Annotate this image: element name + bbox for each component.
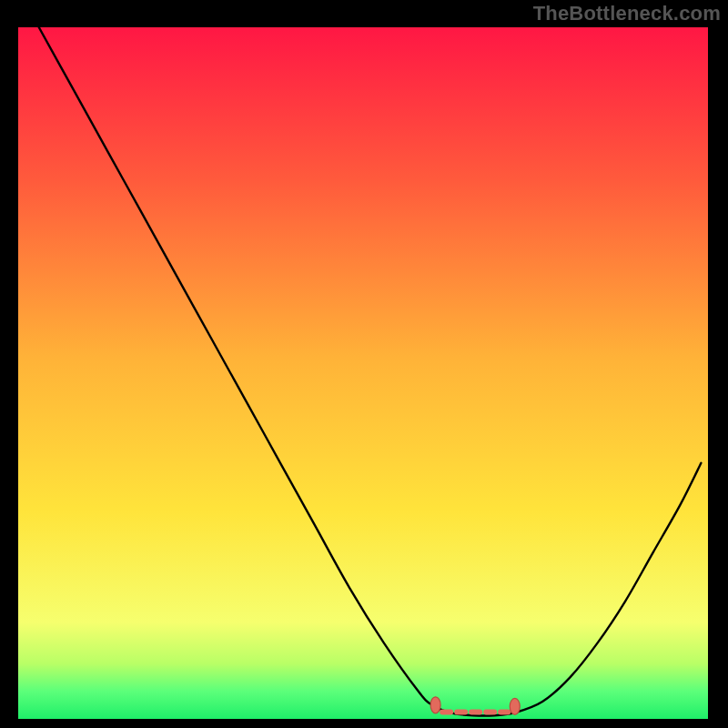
plot-area	[18, 27, 708, 719]
optimal-marker-left	[430, 697, 440, 713]
chart-canvas: TheBottleneck.com	[0, 0, 728, 728]
watermark-text: TheBottleneck.com	[533, 2, 721, 25]
gradient-bg	[18, 27, 708, 719]
optimal-marker-right	[510, 698, 520, 714]
chart-svg	[18, 27, 708, 719]
